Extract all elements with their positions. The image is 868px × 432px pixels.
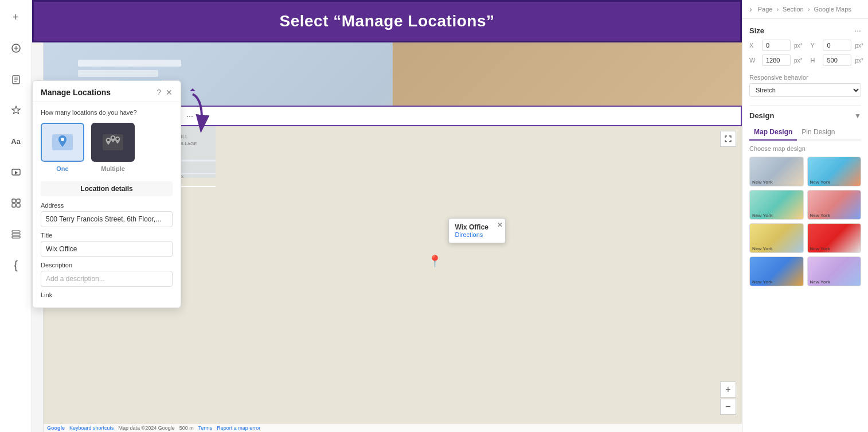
map-popup-title: Wix Office — [455, 223, 499, 231]
y-unit: px* — [855, 42, 863, 49]
more-options-button[interactable]: ··· — [183, 109, 197, 123]
map-thumb-8[interactable]: New York — [807, 256, 862, 286]
typography-icon[interactable]: Aa — [6, 131, 26, 151]
hero-overlay — [393, 42, 742, 106]
x-unit: px* — [794, 42, 802, 49]
map-pin: 📍 — [428, 254, 442, 268]
layers-icon[interactable] — [6, 38, 26, 59]
apps-icon[interactable] — [6, 193, 26, 213]
wh-row: W px* H px* — [749, 55, 861, 66]
map-thumb-6[interactable]: New York — [807, 223, 862, 253]
map-directions-link[interactable]: Directions — [455, 231, 499, 238]
map-thumb-7[interactable]: New York — [749, 256, 804, 286]
h-unit: px* — [855, 57, 863, 64]
scale-text: 500 m — [179, 425, 194, 431]
map-popup-close-button[interactable]: ✕ — [497, 221, 503, 229]
svg-rect-8 — [12, 233, 20, 235]
panel-title: Manage Locations — [41, 88, 111, 97]
terms-link[interactable]: Terms — [198, 425, 213, 431]
map-thumb-1[interactable]: New York — [749, 157, 804, 186]
size-section-header: Size ··· — [749, 26, 861, 35]
report-link[interactable]: Report a map error — [217, 425, 260, 431]
title-field-label: Title — [41, 232, 173, 239]
design-chevron-icon: ▼ — [854, 112, 861, 120]
description-input[interactable] — [41, 271, 173, 287]
map-fullscreen-button[interactable] — [720, 131, 736, 147]
design-header[interactable]: Design ▼ — [749, 111, 861, 120]
grid-icon[interactable] — [6, 224, 26, 244]
location-options: One Multiple — [41, 123, 173, 172]
size-dots-button[interactable]: ··· — [854, 26, 861, 35]
panel-close-button[interactable]: ✕ — [166, 88, 173, 97]
breadcrumb-page: Page — [758, 6, 773, 13]
pages-icon[interactable] — [6, 69, 26, 89]
svg-point-57 — [61, 138, 64, 141]
brace-icon[interactable]: { — [6, 255, 26, 275]
size-section-title: Size — [749, 26, 764, 35]
responsive-select[interactable]: Stretch — [749, 83, 861, 97]
location-option-multiple[interactable]: Multiple — [91, 123, 135, 172]
svg-rect-3 — [12, 199, 15, 203]
w-label: W — [749, 57, 758, 64]
x-input[interactable] — [762, 40, 791, 51]
panel-body: How many locations do you have? One — [33, 102, 181, 308]
svg-rect-4 — [17, 199, 20, 203]
collapse-button[interactable]: › — [749, 5, 752, 14]
svg-point-60 — [112, 137, 114, 139]
map-thumb-4[interactable]: New York — [807, 190, 862, 220]
svg-rect-6 — [17, 204, 20, 207]
right-panel-body: Size ··· X px* Y px* W px* H px* Re — [742, 19, 868, 432]
left-sidebar: + Aa { — [0, 0, 32, 432]
xy-row: X px* Y px* — [749, 40, 861, 51]
panel-question: How many locations do you have? — [41, 109, 173, 116]
h-input[interactable] — [823, 55, 851, 66]
location-option-one[interactable]: One — [41, 123, 84, 172]
map-footer: Google Keyboard shortcuts Map data ©2024… — [44, 424, 742, 432]
tab-map-design[interactable]: Map Design — [749, 124, 797, 141]
map-design-label: Choose map design — [749, 145, 861, 152]
tab-pin-design[interactable]: Pin Design — [797, 124, 839, 141]
w-input[interactable] — [762, 55, 791, 66]
breadcrumb-section: Section — [783, 6, 804, 13]
map-thumb-3[interactable]: New York — [749, 190, 804, 220]
map-zoom-in-button[interactable]: + — [720, 382, 736, 398]
location-option-one-label: One — [56, 165, 68, 172]
location-option-multiple-image — [91, 123, 135, 162]
x-label: X — [749, 42, 758, 49]
design-section: Design ▼ Map Design Pin Design Choose ma… — [749, 105, 861, 286]
map-zoom-out-button[interactable]: − — [720, 399, 736, 415]
breadcrumb-active: Google Maps — [814, 6, 851, 13]
y-input[interactable] — [823, 40, 851, 51]
responsive-label: Responsive behavior — [749, 74, 861, 81]
map-thumb-2[interactable]: New York — [807, 157, 862, 186]
map-thumb-5[interactable]: New York — [749, 223, 804, 253]
location-option-one-image — [41, 123, 84, 162]
description-label: Description — [41, 262, 173, 268]
title-input[interactable] — [41, 241, 173, 257]
right-panel: › Page › Section › Google Maps Size ··· … — [742, 0, 868, 432]
y-label: Y — [810, 42, 819, 49]
media-icon[interactable] — [6, 162, 26, 182]
design-title: Design — [749, 111, 774, 120]
svg-rect-9 — [12, 236, 20, 238]
plus-icon[interactable]: + — [6, 7, 26, 28]
map-info-popup: ✕ Wix Office Directions — [448, 218, 506, 243]
manage-locations-panel: Manage Locations ? ✕ How many locations … — [32, 80, 181, 308]
annotation-banner: Select “Manage Locations” — [32, 0, 742, 42]
svg-point-61 — [116, 138, 119, 140]
keyboard-shortcuts[interactable]: Keyboard shortcuts — [69, 425, 114, 431]
address-label: Address — [41, 202, 173, 209]
right-panel-header: › Page › Section › Google Maps — [742, 0, 868, 19]
panel-header-icons: ? ✕ — [157, 88, 173, 97]
w-unit: px* — [794, 57, 802, 64]
location-option-multiple-label: Multiple — [101, 165, 125, 172]
design-tabs: Map Design Pin Design — [749, 124, 861, 141]
responsive-section: Responsive behavior Stretch — [749, 74, 861, 97]
svg-rect-5 — [12, 204, 15, 207]
panel-help-button[interactable]: ? — [157, 88, 161, 97]
panel-section-title: Location details — [41, 181, 173, 196]
elements-icon[interactable] — [6, 100, 26, 120]
map-data-text: Map data ©2024 Google — [119, 425, 175, 431]
address-input[interactable] — [41, 211, 173, 227]
link-label: Link — [41, 291, 173, 298]
